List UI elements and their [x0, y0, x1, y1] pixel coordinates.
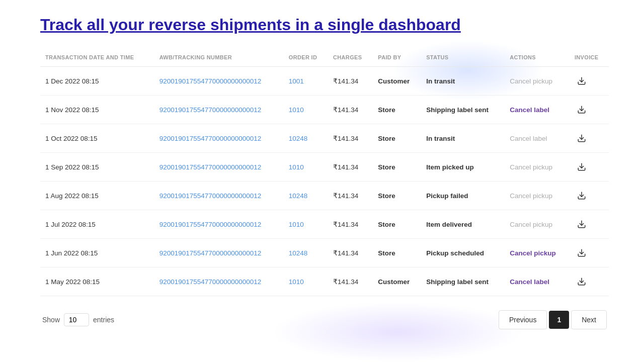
action-disabled-label: Cancel pickup	[510, 77, 552, 85]
cell-date: 1 Jul 2022 08:15	[40, 210, 154, 239]
cell-actions: Cancel label	[505, 124, 570, 153]
cell-paid-by: Store	[373, 153, 421, 182]
cell-paid-by: Store	[373, 124, 421, 153]
cell-date: 1 Dec 2022 08:15	[40, 67, 154, 96]
cell-status: In transit	[421, 67, 505, 96]
cell-date: 1 Nov 2022 08:15	[40, 96, 154, 124]
download-icon[interactable]	[575, 74, 589, 88]
action-link[interactable]: Cancel pickup	[510, 249, 556, 257]
cell-actions[interactable]: Cancel pickup	[505, 239, 570, 267]
table-row: 1 Aug 2022 08:15920019017554770000000000…	[40, 182, 609, 210]
cell-awb[interactable]: 920019017554770000000000012	[154, 124, 284, 153]
cell-order-id[interactable]: 1001	[284, 67, 328, 96]
cell-order-id[interactable]: 1010	[284, 267, 328, 296]
cell-actions[interactable]: Cancel label	[505, 267, 570, 296]
table-row: 1 Oct 2022 08:15920019017554770000000000…	[40, 124, 609, 153]
cell-awb[interactable]: 920019017554770000000000012	[154, 239, 284, 267]
show-label: Show	[42, 316, 60, 324]
cell-date: 1 May 2022 08:15	[40, 267, 154, 296]
entries-input[interactable]	[64, 313, 89, 326]
cell-charges: ₹141.34	[328, 182, 373, 210]
cell-paid-by: Store	[373, 96, 421, 124]
entries-label: entries	[93, 316, 114, 324]
col-header-order-id: ORDER ID	[284, 50, 328, 67]
cell-paid-by: Store	[373, 182, 421, 210]
cell-actions: Cancel pickup	[505, 67, 570, 96]
action-disabled-label: Cancel pickup	[510, 163, 552, 171]
col-header-status: STATUS	[421, 50, 505, 67]
cell-awb[interactable]: 920019017554770000000000012	[154, 67, 284, 96]
cell-status: Shipping label sent	[421, 96, 505, 124]
cell-charges: ₹141.34	[328, 239, 373, 267]
cell-awb[interactable]: 920019017554770000000000012	[154, 153, 284, 182]
cell-actions[interactable]: Cancel label	[505, 96, 570, 124]
cell-order-id[interactable]: 10248	[284, 239, 328, 267]
cell-invoice[interactable]	[570, 267, 609, 296]
cell-charges: ₹141.34	[328, 210, 373, 239]
cell-order-id[interactable]: 1010	[284, 96, 328, 124]
download-icon[interactable]	[575, 189, 589, 203]
cell-awb[interactable]: 920019017554770000000000012	[154, 182, 284, 210]
shipments-table: TRANSACTION DATE AND TIME AWB/TRACKING N…	[40, 50, 609, 296]
cell-status: Shipping label sent	[421, 267, 505, 296]
next-button[interactable]: Next	[571, 310, 607, 329]
cell-status: Item delivered	[421, 210, 505, 239]
cell-invoice[interactable]	[570, 210, 609, 239]
cell-invoice[interactable]	[570, 182, 609, 210]
download-icon[interactable]	[575, 103, 589, 117]
download-icon[interactable]	[575, 246, 589, 260]
col-header-invoice: INVOICE	[570, 50, 609, 67]
download-icon[interactable]	[575, 275, 589, 289]
cell-invoice[interactable]	[570, 96, 609, 124]
col-header-date: TRANSACTION DATE AND TIME	[40, 50, 154, 67]
table-row: 1 Nov 2022 08:15920019017554770000000000…	[40, 96, 609, 124]
cell-charges: ₹141.34	[328, 267, 373, 296]
cell-order-id[interactable]: 1010	[284, 210, 328, 239]
bottom-bar: Show entries Previous 1 Next	[40, 310, 609, 329]
cell-date: 1 Jun 2022 08:15	[40, 239, 154, 267]
cell-paid-by: Store	[373, 239, 421, 267]
table-row: 1 Jul 2022 08:15920019017554770000000000…	[40, 210, 609, 239]
pagination-controls: Previous 1 Next	[499, 310, 607, 329]
table-header-row: TRANSACTION DATE AND TIME AWB/TRACKING N…	[40, 50, 609, 67]
action-disabled-label: Cancel pickup	[510, 221, 552, 228]
cell-status: Pickup scheduled	[421, 239, 505, 267]
cell-date: 1 Sep 2022 08:15	[40, 153, 154, 182]
page-title: Track all your reverse shipments in a si…	[40, 15, 609, 34]
download-icon[interactable]	[575, 160, 589, 174]
cell-status: Pickup failed	[421, 182, 505, 210]
cell-awb[interactable]: 920019017554770000000000012	[154, 96, 284, 124]
table-row: 1 Jun 2022 08:15920019017554770000000000…	[40, 239, 609, 267]
cell-paid-by: Store	[373, 210, 421, 239]
table-row: 1 Dec 2022 08:15920019017554770000000000…	[40, 67, 609, 96]
download-icon[interactable]	[575, 217, 589, 231]
cell-order-id[interactable]: 1010	[284, 153, 328, 182]
cell-actions: Cancel pickup	[505, 210, 570, 239]
col-header-awb: AWB/TRACKING NUMBER	[154, 50, 284, 67]
page-1-button[interactable]: 1	[549, 311, 569, 329]
action-disabled-label: Cancel pickup	[510, 192, 552, 200]
col-header-actions: ACTIONS	[505, 50, 570, 67]
cell-invoice[interactable]	[570, 67, 609, 96]
cell-invoice[interactable]	[570, 239, 609, 267]
action-link[interactable]: Cancel label	[510, 106, 549, 114]
cell-charges: ₹141.34	[328, 67, 373, 96]
cell-invoice[interactable]	[570, 153, 609, 182]
action-link[interactable]: Cancel label	[510, 278, 549, 286]
show-entries-control: Show entries	[42, 313, 114, 326]
cell-order-id[interactable]: 10248	[284, 124, 328, 153]
download-icon[interactable]	[575, 131, 589, 145]
col-header-charges: CHARGES	[328, 50, 373, 67]
cell-actions: Cancel pickup	[505, 153, 570, 182]
cell-awb[interactable]: 920019017554770000000000012	[154, 210, 284, 239]
cell-invoice[interactable]	[570, 124, 609, 153]
cell-date: 1 Oct 2022 08:15	[40, 124, 154, 153]
cell-charges: ₹141.34	[328, 124, 373, 153]
cell-status: In transit	[421, 124, 505, 153]
cell-awb[interactable]: 920019017554770000000000012	[154, 267, 284, 296]
col-header-paid-by: PAID BY	[373, 50, 421, 67]
previous-button[interactable]: Previous	[499, 310, 547, 329]
cell-order-id[interactable]: 10248	[284, 182, 328, 210]
table-row: 1 Sep 2022 08:15920019017554770000000000…	[40, 153, 609, 182]
action-disabled-label: Cancel label	[510, 135, 547, 142]
